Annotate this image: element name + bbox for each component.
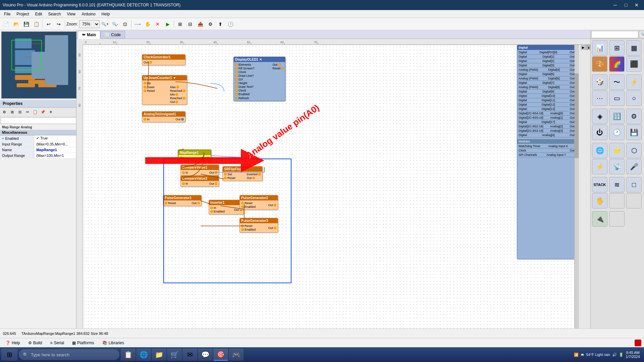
right-search-input[interactable]: [591, 31, 638, 38]
save-button[interactable]: 💾: [21, 19, 31, 29]
btn-help[interactable]: ❓ Help: [3, 340, 23, 346]
comp-wave[interactable]: 〜: [609, 74, 625, 90]
properties-search[interactable]: [1, 117, 76, 124]
prop-value-inputrange[interactable]: (Max=0.35,Min=0...: [34, 141, 76, 147]
vertical-scrollbar[interactable]: [574, 45, 579, 328]
fit-button[interactable]: ⊡: [120, 19, 130, 29]
maximize-button[interactable]: □: [621, 1, 631, 9]
tab-code[interactable]: ⬜ Code: [100, 31, 125, 39]
comp-dots[interactable]: ⋯: [592, 90, 607, 106]
comp-hand[interactable]: 🖐: [592, 193, 607, 208]
comp-empty1[interactable]: [609, 193, 625, 208]
inverter-node[interactable]: Inverter1 In Enabled Out: [209, 200, 244, 215]
comp-calc[interactable]: 🔢: [609, 109, 625, 124]
redo-button[interactable]: ↪: [54, 19, 63, 29]
grid-button[interactable]: ⊟: [185, 19, 195, 29]
comp-box[interactable]: □: [626, 177, 642, 192]
prop-expand-btn[interactable]: ⊞: [8, 108, 16, 116]
tab-main[interactable]: ✏ ✏ Main Main: [78, 31, 100, 39]
prop-value-name[interactable]: MapRange1: [34, 147, 76, 153]
horizontal-scrollbar[interactable]: ◀ ▶: [586, 45, 590, 50]
minimize-button[interactable]: ─: [610, 1, 620, 9]
menu-view[interactable]: View: [64, 11, 78, 17]
menu-help[interactable]: Help: [99, 11, 113, 17]
comp-earth[interactable]: 🌐: [592, 143, 607, 158]
prop-filter-btn[interactable]: ⚙: [1, 108, 8, 116]
comp-star[interactable]: ⭐: [609, 143, 625, 158]
comp-cube[interactable]: 🎲: [592, 74, 607, 90]
undo-button[interactable]: ↩: [44, 19, 53, 29]
minimap[interactable]: [1, 32, 76, 99]
close-button[interactable]: ✕: [632, 1, 641, 9]
comp-lightning[interactable]: ⚡: [592, 159, 607, 174]
menu-arduino[interactable]: Arduino: [79, 11, 98, 17]
taskbar-time[interactable]: 9:45 AM 1/7/2024: [626, 351, 640, 359]
comp-bars[interactable]: ▭: [609, 90, 625, 106]
delete-button[interactable]: ✕: [153, 19, 162, 29]
canvas-container[interactable]: ClockGenerator1 Out UpDownCounter1 ▼: [83, 45, 579, 328]
menu-file[interactable]: File: [1, 11, 13, 17]
comp-hex[interactable]: ⬡: [626, 143, 642, 158]
right-search-button[interactable]: 🔍: [639, 31, 644, 38]
connect-button[interactable]: ⟶: [133, 19, 142, 29]
display-oled-node[interactable]: DisplayOLED1 ✕ Elements Fill Screen? Clo…: [233, 57, 285, 101]
taskbar-mail[interactable]: ✉: [182, 349, 197, 361]
comp-chart[interactable]: 📊: [592, 40, 607, 56]
comp-ring[interactable]: ○: [626, 90, 642, 106]
comp-empty2[interactable]: [626, 193, 642, 208]
vscroll-thumb[interactable]: [575, 73, 579, 159]
srflipflop-node[interactable]: SRFlipFlop1 Set Reset Inverted Out: [222, 166, 263, 181]
updown-counter-node[interactable]: UpDownCounter1 ▼ Up Down Reset: [142, 75, 187, 105]
comp-gear[interactable]: ⚙: [626, 109, 642, 124]
compile-button[interactable]: ⚙: [206, 19, 215, 29]
taskbar-browser[interactable]: 🌐: [136, 349, 151, 361]
prop-group-misc[interactable]: Miscellaneous: [0, 130, 76, 135]
btn-platforms[interactable]: ▦ Platforms: [69, 340, 97, 346]
comp-chip[interactable]: 🔌: [592, 211, 607, 227]
taskbar-explorer[interactable]: 📁: [152, 349, 166, 361]
comp-table[interactable]: ▦: [626, 40, 642, 56]
taskbar-teams[interactable]: 💬: [198, 349, 213, 361]
analog-unsigned-node[interactable]: AnalogToUnsigned1 In Out: [142, 111, 185, 122]
comp-clock[interactable]: 🕐: [609, 125, 625, 140]
prop-collapse-btn[interactable]: ⊟: [16, 108, 23, 116]
menu-project[interactable]: Project: [14, 11, 32, 17]
maprange-node[interactable]: MapRange1 In Out: [178, 149, 211, 161]
comp-3d[interactable]: ◈: [592, 109, 607, 124]
canvas[interactable]: ClockGenerator1 Out UpDownCounter1 ▼: [83, 45, 579, 328]
upload-button[interactable]: ⬆: [216, 19, 225, 29]
open-button[interactable]: 📂: [11, 19, 21, 29]
prop-value-outputrange[interactable]: (Max=100,Min=1: [34, 153, 76, 158]
export-button[interactable]: 📤: [196, 19, 205, 29]
start-button[interactable]: ⊞: [1, 349, 17, 361]
run-button[interactable]: ▶: [163, 19, 172, 29]
hscroll-right[interactable]: ▶: [581, 45, 586, 50]
error-indicator[interactable]: [635, 340, 641, 346]
save-as-button[interactable]: 📋: [32, 19, 41, 29]
prop-edit-btn[interactable]: ✏: [24, 108, 31, 116]
prop-del-btn[interactable]: ✕: [47, 108, 54, 116]
align-button[interactable]: ⊞: [175, 19, 185, 29]
prop-value-enabled[interactable]: ✓ True: [34, 135, 76, 141]
comp-empty3[interactable]: [609, 211, 625, 227]
clock-button[interactable]: 🕐: [226, 19, 235, 29]
hscroll-thumb[interactable]: [587, 46, 589, 50]
taskbar-visuino[interactable]: 🎯: [213, 349, 228, 361]
taskbar-other[interactable]: 🎮: [229, 349, 244, 361]
prop-paste-btn[interactable]: 📌: [39, 108, 47, 116]
pulsegen3-node[interactable]: PulseGenerator3 Reset Enabled Out: [239, 218, 278, 233]
btn-build[interactable]: ⚙ Build: [25, 340, 45, 346]
menu-edit[interactable]: Edit: [33, 11, 45, 17]
new-button[interactable]: 📄: [1, 19, 11, 29]
menu-search[interactable]: Search: [45, 11, 63, 17]
taskbar-task-view[interactable]: 📋: [121, 349, 136, 361]
comp-gradient[interactable]: 🌈: [609, 56, 625, 72]
comp-mic[interactable]: 🎤: [626, 159, 642, 174]
comp-power[interactable]: ⏻: [592, 125, 607, 140]
comp-wave2[interactable]: ≋: [609, 177, 625, 192]
taskbar-search[interactable]: 🔍 Type here to search: [19, 349, 119, 360]
move-button[interactable]: ✋: [143, 19, 152, 29]
prop-copy-btn[interactable]: 📋: [32, 108, 39, 116]
btn-serial[interactable]: ≡ Serial: [47, 340, 67, 346]
zoom-selector[interactable]: 75% 50% 100% 150%: [79, 20, 100, 28]
